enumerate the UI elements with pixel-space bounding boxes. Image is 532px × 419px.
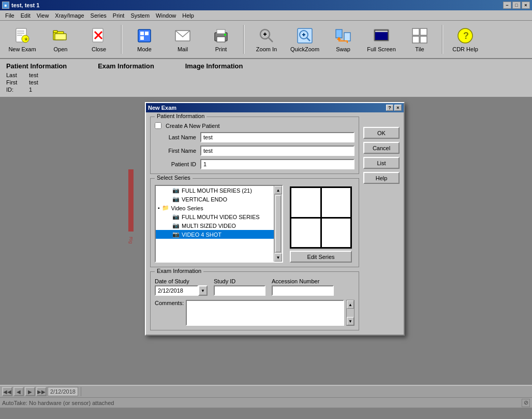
comments-scrollbar[interactable]: ▲ ▼	[346, 300, 354, 326]
open-button[interactable]: Open	[42, 23, 79, 56]
svg-rect-12	[138, 30, 151, 42]
mail-button[interactable]: Mail	[165, 23, 201, 56]
series-item-label-2: VERTICAL ENDO	[182, 196, 227, 203]
svg-rect-31	[336, 30, 342, 38]
series-item-multi-sized-video[interactable]: 📷 MULTI SIZED VIDEO	[156, 221, 274, 230]
create-new-patient-checkbox[interactable]	[155, 122, 161, 129]
preview-cell-2	[322, 188, 351, 217]
fullscreen-button[interactable]: Full Screen	[363, 23, 400, 56]
cancel-button[interactable]: Cancel	[363, 142, 400, 154]
menu-system[interactable]: System	[127, 11, 153, 20]
series-item-icon-4: 📷	[172, 222, 180, 229]
quickzoom-button[interactable]: QuickZoom	[287, 23, 323, 56]
menu-window[interactable]: Window	[153, 11, 179, 20]
series-item-icon-5: 📷	[172, 231, 180, 238]
menu-edit[interactable]: Edit	[18, 11, 34, 20]
mode-button[interactable]: Mode	[126, 23, 162, 56]
comments-row: Comments: ▲ ▼	[155, 300, 354, 326]
mail-label: Mail	[178, 46, 188, 52]
app-icon: ■	[2, 2, 9, 9]
edit-series-button[interactable]: Edit Series	[290, 251, 352, 263]
maximize-button[interactable]: □	[512, 2, 521, 9]
series-item-full-mouth[interactable]: 📷 FULL MOUTH SERIES (21)	[156, 186, 274, 195]
series-item-icon-3: 📷	[172, 213, 180, 220]
exam-info-group-title: Exam Information	[155, 268, 203, 274]
id-label: ID:	[6, 86, 25, 93]
menu-series[interactable]: Series	[87, 11, 110, 20]
svg-text:?: ?	[463, 31, 469, 41]
ok-button[interactable]: OK	[363, 127, 400, 139]
patient-info-group-title: Patient Information	[155, 113, 206, 119]
date-input[interactable]	[155, 285, 198, 296]
series-category-video[interactable]: ▪ 📁 Video Series	[156, 204, 274, 212]
svg-rect-1	[17, 31, 24, 32]
tile-button[interactable]: Tile	[402, 23, 438, 56]
dialog-buttons: OK Cancel List Help	[363, 117, 400, 330]
series-item-icon-1: 📷	[172, 187, 180, 194]
video-series-label: Video Series	[171, 205, 203, 211]
close-window-button[interactable]: ×	[522, 2, 530, 9]
swap-button[interactable]: Swap	[325, 23, 361, 56]
print-button[interactable]: Print	[203, 23, 239, 56]
last-label: Last	[6, 72, 25, 78]
toolbar: ★ New Exam Open	[0, 21, 532, 59]
comments-scroll-down[interactable]: ▼	[347, 317, 354, 325]
first-label: First	[6, 79, 25, 85]
series-item-label-5: VIDEO 4 SHOT	[182, 232, 221, 238]
last-name-input[interactable]	[200, 132, 354, 142]
list-button[interactable]: List	[363, 157, 400, 169]
new-exam-icon: ★	[13, 26, 32, 45]
quickzoom-label: QuickZoom	[290, 46, 319, 52]
zoom-in-icon	[257, 26, 276, 45]
patient-id-row: Patient ID	[155, 159, 354, 169]
cdr-help-button[interactable]: ? CDR Help	[447, 23, 483, 56]
create-new-patient-label: Create A New Patient	[166, 123, 220, 129]
svg-rect-40	[420, 36, 427, 43]
comments-textarea[interactable]	[186, 300, 344, 326]
id-value: 1	[29, 86, 32, 93]
scroll-thumb[interactable]	[275, 195, 281, 252]
date-of-study-label: Date of Study	[155, 278, 208, 284]
mode-label: Mode	[137, 46, 152, 52]
open-label: Open	[54, 46, 68, 52]
study-id-input[interactable]	[214, 285, 265, 296]
dialog-help-button[interactable]: ?	[386, 105, 393, 111]
first-name-input[interactable]	[200, 146, 354, 156]
series-item-full-mouth-video[interactable]: 📷 FULL MOUTH VIDEO SERIES	[156, 212, 274, 221]
patient-id-input[interactable]	[200, 159, 354, 169]
fullscreen-icon	[372, 26, 391, 45]
last-value: test	[29, 72, 38, 78]
new-exam-button[interactable]: ★ New Exam	[4, 23, 40, 56]
swap-label: Swap	[336, 46, 350, 52]
series-list-scrollbar[interactable]: ▲ ▼	[274, 186, 282, 262]
scroll-down-arrow[interactable]: ▼	[274, 253, 282, 262]
menu-xray-image[interactable]: Xray/Image	[52, 11, 87, 20]
menu-print[interactable]: Print	[110, 11, 128, 20]
patient-info-panel: Patient Information Last test First test…	[6, 62, 67, 94]
minimize-button[interactable]: −	[503, 2, 511, 9]
dialog-close-button[interactable]: ×	[394, 105, 402, 111]
menu-view[interactable]: View	[34, 11, 52, 20]
window-title: test, test 1	[11, 2, 39, 8]
open-icon	[51, 26, 70, 45]
accession-number-input[interactable]	[272, 285, 334, 296]
accession-number-label: Accession Number	[272, 278, 334, 284]
date-dropdown-arrow[interactable]: ▼	[198, 285, 208, 296]
series-list[interactable]: 📷 FULL MOUTH SERIES (21) 📷 VERTICAL ENDO	[155, 185, 283, 263]
preview-cell-3	[291, 219, 320, 248]
series-item-video-4-shot[interactable]: 📷 VIDEO 4 SHOT	[156, 230, 274, 239]
cdr-help-icon: ?	[456, 26, 475, 45]
dialog-content: Patient Information Create A New Patient…	[146, 112, 404, 335]
zoom-in-button[interactable]: Zoom In	[248, 23, 285, 56]
svg-rect-14	[145, 32, 149, 35]
series-item-vertical-endo[interactable]: 📷 VERTICAL ENDO	[156, 195, 274, 204]
menu-help[interactable]: Help	[179, 11, 197, 20]
svg-rect-8	[55, 34, 66, 40]
scroll-up-arrow[interactable]: ▲	[274, 186, 282, 194]
menu-file[interactable]: File	[2, 11, 18, 20]
close-button[interactable]: Close	[81, 23, 117, 56]
comments-scroll-up[interactable]: ▲	[347, 300, 354, 309]
help-button-dialog[interactable]: Help	[363, 172, 400, 184]
preview-grid	[290, 186, 352, 249]
preview-cell-1	[291, 188, 320, 217]
